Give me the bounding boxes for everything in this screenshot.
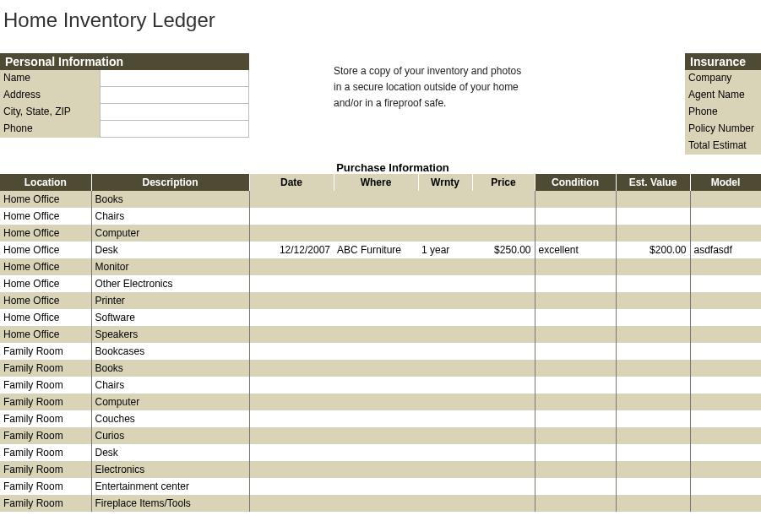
table-cell[interactable] <box>690 410 761 427</box>
table-cell[interactable] <box>535 427 616 444</box>
table-cell[interactable] <box>472 410 535 427</box>
table-cell[interactable] <box>616 309 690 326</box>
table-cell[interactable] <box>334 360 418 377</box>
table-cell[interactable] <box>334 326 418 343</box>
table-cell[interactable]: Computer <box>91 394 249 410</box>
table-cell[interactable] <box>472 495 535 512</box>
table-cell[interactable] <box>249 444 334 461</box>
table-cell[interactable] <box>334 208 418 225</box>
table-cell[interactable] <box>249 360 334 377</box>
table-cell[interactable]: Curios <box>91 427 249 444</box>
table-cell[interactable]: Home Office <box>0 309 91 326</box>
table-cell[interactable] <box>535 377 616 394</box>
table-cell[interactable] <box>249 292 334 309</box>
table-cell[interactable]: Chairs <box>91 208 249 225</box>
table-cell[interactable]: Home Office <box>0 242 91 258</box>
table-cell[interactable]: Home Office <box>0 225 91 242</box>
table-cell[interactable] <box>472 191 535 208</box>
table-cell[interactable] <box>418 394 472 410</box>
table-cell[interactable] <box>472 275 535 292</box>
table-cell[interactable]: Couches <box>91 410 249 427</box>
table-cell[interactable] <box>472 444 535 461</box>
table-cell[interactable]: excellent <box>535 242 616 258</box>
table-cell[interactable] <box>249 377 334 394</box>
table-cell[interactable] <box>535 191 616 208</box>
table-cell[interactable] <box>472 292 535 309</box>
table-cell[interactable] <box>249 478 334 495</box>
table-cell[interactable] <box>334 410 418 427</box>
table-cell[interactable] <box>418 326 472 343</box>
table-cell[interactable] <box>418 309 472 326</box>
table-cell[interactable] <box>690 258 761 275</box>
table-cell[interactable]: $250.00 <box>472 242 535 258</box>
table-cell[interactable] <box>616 410 690 427</box>
table-cell[interactable] <box>616 461 690 478</box>
table-cell[interactable]: Family Room <box>0 495 91 512</box>
table-cell[interactable] <box>472 478 535 495</box>
table-cell[interactable] <box>535 225 616 242</box>
table-cell[interactable] <box>472 309 535 326</box>
address-field[interactable] <box>100 87 249 104</box>
table-cell[interactable] <box>690 208 761 225</box>
table-cell[interactable] <box>418 258 472 275</box>
table-cell[interactable] <box>535 343 616 360</box>
table-cell[interactable] <box>472 360 535 377</box>
table-cell[interactable] <box>690 461 761 478</box>
table-cell[interactable]: Software <box>91 309 249 326</box>
table-cell[interactable]: Family Room <box>0 360 91 377</box>
table-cell[interactable] <box>418 377 472 394</box>
table-cell[interactable] <box>616 377 690 394</box>
table-cell[interactable] <box>249 258 334 275</box>
table-cell[interactable] <box>616 495 690 512</box>
table-cell[interactable] <box>418 444 472 461</box>
table-cell[interactable]: Family Room <box>0 410 91 427</box>
table-cell[interactable] <box>249 225 334 242</box>
table-cell[interactable] <box>334 495 418 512</box>
table-cell[interactable]: Speakers <box>91 326 249 343</box>
table-cell[interactable] <box>690 360 761 377</box>
table-cell[interactable] <box>334 427 418 444</box>
table-cell[interactable] <box>690 191 761 208</box>
table-cell[interactable] <box>535 478 616 495</box>
table-cell[interactable] <box>616 208 690 225</box>
table-cell[interactable]: Entertainment center <box>91 478 249 495</box>
table-cell[interactable]: Desk <box>91 242 249 258</box>
table-cell[interactable] <box>334 444 418 461</box>
table-cell[interactable]: Family Room <box>0 377 91 394</box>
table-cell[interactable] <box>334 292 418 309</box>
table-cell[interactable] <box>249 343 334 360</box>
table-cell[interactable]: asdfasdf <box>690 242 761 258</box>
table-cell[interactable]: Family Room <box>0 478 91 495</box>
table-cell[interactable] <box>418 427 472 444</box>
table-cell[interactable] <box>616 258 690 275</box>
table-cell[interactable] <box>249 394 334 410</box>
table-cell[interactable] <box>616 444 690 461</box>
table-cell[interactable] <box>690 394 761 410</box>
table-cell[interactable] <box>616 427 690 444</box>
table-cell[interactable] <box>472 258 535 275</box>
table-cell[interactable] <box>616 225 690 242</box>
table-cell[interactable] <box>690 292 761 309</box>
table-cell[interactable] <box>690 343 761 360</box>
table-cell[interactable] <box>418 208 472 225</box>
table-cell[interactable]: Home Office <box>0 292 91 309</box>
table-cell[interactable] <box>334 461 418 478</box>
table-cell[interactable] <box>472 343 535 360</box>
table-cell[interactable] <box>616 292 690 309</box>
table-cell[interactable] <box>535 410 616 427</box>
table-cell[interactable] <box>334 394 418 410</box>
table-cell[interactable] <box>690 309 761 326</box>
table-cell[interactable] <box>690 427 761 444</box>
table-cell[interactable] <box>334 377 418 394</box>
table-cell[interactable] <box>418 360 472 377</box>
table-cell[interactable]: Electronics <box>91 461 249 478</box>
table-cell[interactable]: Books <box>91 191 249 208</box>
table-cell[interactable] <box>690 495 761 512</box>
table-cell[interactable] <box>616 478 690 495</box>
name-field[interactable] <box>100 70 249 87</box>
table-cell[interactable] <box>535 208 616 225</box>
table-cell[interactable] <box>616 343 690 360</box>
table-cell[interactable] <box>535 495 616 512</box>
table-cell[interactable] <box>690 478 761 495</box>
table-cell[interactable] <box>472 225 535 242</box>
